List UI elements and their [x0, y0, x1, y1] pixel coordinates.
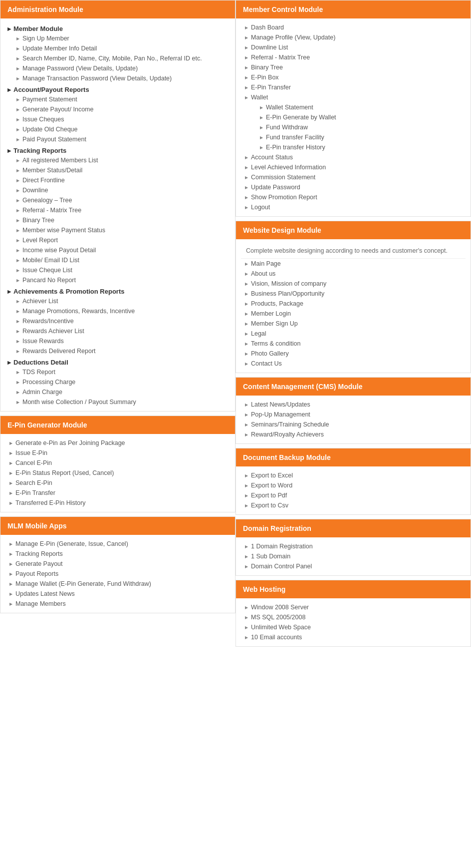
list-item[interactable]: Photo Gallery: [241, 349, 466, 359]
list-item[interactable]: Cancel E-Pin: [5, 458, 230, 468]
list-item[interactable]: Search E-Pin: [5, 478, 230, 488]
list-item[interactable]: Update Old Cheque: [5, 124, 230, 134]
domain-module-content: 1 Domain Registration 1 Sub Domain Domai…: [236, 537, 471, 575]
list-item[interactable]: E-Pin Transfer: [241, 82, 466, 92]
list-item[interactable]: Export to Excel: [241, 470, 466, 480]
list-item[interactable]: Manage E-Pin (Generate, Issue, Cancel): [5, 539, 230, 549]
list-item[interactable]: Mobile/ Email ID List: [5, 255, 230, 265]
list-item[interactable]: Domain Control Panel: [241, 561, 466, 571]
list-item[interactable]: Referral - Matrix Tree: [5, 205, 230, 215]
list-item[interactable]: Dash Board: [241, 22, 466, 32]
list-item[interactable]: Export to Csv: [241, 500, 466, 510]
list-item[interactable]: Main Page: [241, 259, 466, 269]
list-item[interactable]: Issue Cheques: [5, 114, 230, 124]
list-item[interactable]: Manage Password (View Details, Update): [5, 63, 230, 73]
list-item[interactable]: Referral - Matrix Tree: [241, 52, 466, 62]
list-item[interactable]: Updates Latest News: [5, 589, 230, 599]
list-item[interactable]: Window 2008 Server: [241, 602, 466, 612]
list-item[interactable]: Logout: [241, 202, 466, 212]
list-item[interactable]: Generate Payout: [5, 559, 230, 569]
list-item[interactable]: 1 Sub Domain: [241, 551, 466, 561]
wallet-section: Wallet: [241, 92, 466, 102]
list-item[interactable]: TDS Report: [5, 367, 230, 377]
list-item[interactable]: Legal: [241, 329, 466, 339]
list-item[interactable]: Level Achieved Information: [241, 162, 466, 172]
list-item[interactable]: Downline: [5, 185, 230, 195]
list-item[interactable]: Seminars/Training Schedule: [241, 420, 466, 430]
deductions-section: Deductions Detail: [5, 356, 230, 367]
list-item[interactable]: Binary Tree: [5, 215, 230, 225]
list-item[interactable]: Pancard No Report: [5, 275, 230, 285]
list-item[interactable]: Latest News/Updates: [241, 400, 466, 410]
list-item[interactable]: Update Password: [241, 182, 466, 192]
list-item[interactable]: Sign Up Member: [5, 33, 230, 43]
list-item[interactable]: Paid Payout Statement: [5, 134, 230, 144]
list-item[interactable]: Payout Reports: [5, 569, 230, 579]
list-item[interactable]: Issue Cheque List: [5, 265, 230, 275]
list-item[interactable]: Export to Pdf: [241, 490, 466, 500]
list-item[interactable]: Issue Rewards: [5, 336, 230, 346]
list-item[interactable]: Wallet Statement: [241, 102, 466, 112]
list-item[interactable]: About us: [241, 269, 466, 279]
list-item[interactable]: Level Report: [5, 235, 230, 245]
tracking-reports-section: Tracking Reports: [5, 144, 230, 155]
list-item[interactable]: Reward/Royalty Achievers: [241, 430, 466, 439]
list-item[interactable]: E-Pin Status Report (Used, Cancel): [5, 468, 230, 478]
list-item[interactable]: Payment Statement: [5, 94, 230, 104]
list-item[interactable]: 10 Email accounts: [241, 632, 466, 642]
list-item[interactable]: E-Pin Box: [241, 72, 466, 82]
list-item[interactable]: MS SQL 2005/2008: [241, 612, 466, 622]
website-module-content: Complete website designing according to …: [236, 239, 471, 373]
list-item[interactable]: Tracking Reports: [5, 549, 230, 559]
list-item[interactable]: Manage Promotions, Rewards, Incentive: [5, 306, 230, 316]
list-item[interactable]: E-Pin Transfer: [5, 488, 230, 498]
list-item[interactable]: Member Sign Up: [241, 319, 466, 329]
list-item[interactable]: Manage Transaction Password (View Detail…: [5, 73, 230, 83]
list-item[interactable]: Month wise Collection / Payout Summary: [5, 397, 230, 407]
list-item[interactable]: Achiever List: [5, 296, 230, 306]
list-item[interactable]: Vision, Mission of company: [241, 279, 466, 289]
list-item[interactable]: Member wise Payment Status: [5, 225, 230, 235]
list-item[interactable]: Processing Charge: [5, 377, 230, 387]
list-item[interactable]: Account Status: [241, 152, 466, 162]
list-item[interactable]: Rewards Achiever List: [5, 326, 230, 336]
list-item[interactable]: Member Login: [241, 309, 466, 319]
list-item[interactable]: 1 Domain Registration: [241, 541, 466, 551]
list-item[interactable]: Admin Charge: [5, 387, 230, 397]
list-item[interactable]: E-Pin transfer History: [241, 142, 466, 152]
domain-module-header: Domain Registration: [236, 519, 471, 537]
list-item[interactable]: All registered Members List: [5, 155, 230, 165]
list-item[interactable]: Downline List: [241, 42, 466, 52]
list-item[interactable]: Transferred E-Pin History: [5, 498, 230, 508]
list-item[interactable]: Income wise Payout Detail: [5, 245, 230, 255]
list-item[interactable]: Pop-Up Management: [241, 410, 466, 420]
list-item[interactable]: Direct Frontline: [5, 175, 230, 185]
list-item[interactable]: Unlimited Web Space: [241, 622, 466, 632]
list-item[interactable]: Genealogy – Tree: [5, 195, 230, 205]
list-item[interactable]: Rewards Delivered Report: [5, 346, 230, 356]
list-item[interactable]: Fund Withdraw: [241, 122, 466, 132]
list-item[interactable]: E-Pin Generate by Wallet: [241, 112, 466, 122]
list-item[interactable]: Manage Profile (View, Update): [241, 32, 466, 42]
list-item[interactable]: Search Member ID, Name, City, Mobile, Pa…: [5, 53, 230, 63]
list-item[interactable]: Issue E-Pin: [5, 448, 230, 458]
list-item[interactable]: Business Plan/Opportunity: [241, 289, 466, 299]
list-item[interactable]: Update Member Info Detail: [5, 43, 230, 53]
list-item[interactable]: Generate Payout/ Income: [5, 104, 230, 114]
member-module-section: Member Module: [5, 22, 230, 33]
list-item[interactable]: Manage Wallet (E-Pin Generate, Fund With…: [5, 579, 230, 589]
list-item[interactable]: Manage Members: [5, 599, 230, 609]
list-item[interactable]: Rewards/Incentive: [5, 316, 230, 326]
list-item[interactable]: Export to Word: [241, 480, 466, 490]
list-item[interactable]: Fund transfer Facility: [241, 132, 466, 142]
backup-module-content: Export to Excel Export to Word Export to…: [236, 466, 471, 514]
list-item[interactable]: Products, Package: [241, 299, 466, 309]
mlm-module-header: MLM Mobile Apps: [0, 517, 235, 535]
list-item[interactable]: Member Status/Detail: [5, 165, 230, 175]
list-item[interactable]: Show Promotion Report: [241, 192, 466, 202]
list-item[interactable]: Commission Statement: [241, 172, 466, 182]
list-item[interactable]: Terms & condition: [241, 339, 466, 349]
list-item[interactable]: Generate e-Pin as Per Joining Package: [5, 438, 230, 448]
list-item[interactable]: Contact Us: [241, 359, 466, 369]
list-item[interactable]: Binary Tree: [241, 62, 466, 72]
